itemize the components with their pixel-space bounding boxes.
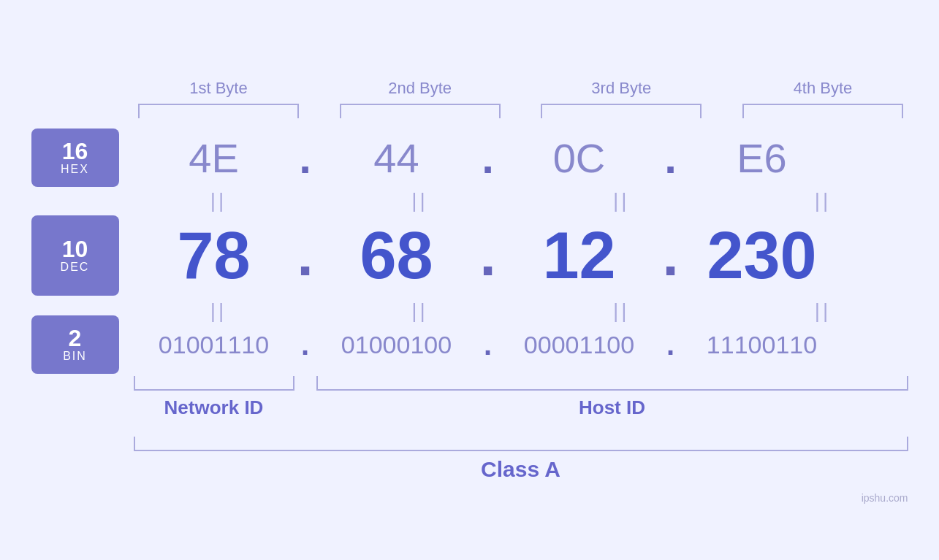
equals-row-2: || || || || — [31, 299, 908, 323]
bin-row: 2 BIN 01001110 . 01000100 . 00001100 . 1… — [31, 329, 908, 361]
byte-header-2: 2nd Byte — [340, 79, 501, 98]
equals-1-b4: || — [742, 189, 903, 212]
dec-row: 10 DEC 78 . 68 . 12 . 230 — [31, 218, 908, 294]
hex-label: 16 HEX — [31, 129, 119, 187]
equals-2-b4: || — [742, 299, 903, 323]
equals-1-b3: || — [541, 189, 702, 212]
class-bracket — [134, 437, 908, 451]
dec-values-row: 78 . 68 . 12 . 230 — [134, 218, 908, 294]
dec-byte-2: 68 — [316, 218, 477, 294]
bin-label: 2 BIN — [31, 315, 119, 374]
hex-dot-3: . — [660, 133, 682, 183]
equals-1-b1: || — [138, 189, 299, 212]
equals-1-b2: || — [340, 189, 501, 212]
hex-dot-2: . — [477, 133, 499, 183]
watermark: ipshu.com — [862, 492, 908, 504]
hex-row: 16 HEX 4E . 44 . 0C . E6 — [31, 133, 908, 183]
equals-2-b3: || — [541, 299, 702, 323]
bin-byte-4: 11100110 — [682, 331, 843, 359]
hex-byte-4: E6 — [682, 134, 843, 182]
dec-dot-2: . — [477, 222, 499, 289]
network-id-label: Network ID — [164, 396, 264, 418]
equals-2-b1: || — [138, 299, 299, 323]
bin-byte-3: 00001100 — [499, 331, 660, 359]
bin-dot-2: . — [477, 329, 499, 361]
bottom-brackets — [134, 376, 908, 391]
hex-values-row: 4E . 44 . 0C . E6 — [134, 133, 908, 183]
bin-byte-1: 01001110 — [134, 331, 294, 359]
top-bracket-3 — [541, 104, 702, 118]
id-labels: Network ID Host ID — [134, 396, 908, 419]
host-bracket-wrap — [316, 376, 908, 391]
bottom-section: Network ID Host ID — [31, 376, 908, 419]
dec-byte-4: 230 — [682, 218, 843, 294]
bin-byte-2: 01000100 — [316, 331, 477, 359]
host-id-label: Host ID — [579, 396, 645, 418]
class-label: Class A — [134, 457, 908, 482]
top-brackets — [31, 104, 908, 118]
dec-label: 10 DEC — [31, 215, 119, 296]
byte-header-4: 4th Byte — [742, 79, 903, 98]
class-row: Class A ipshu.com — [31, 437, 908, 482]
dec-byte-3: 12 — [499, 218, 660, 294]
byte-header-3: 3rd Byte — [541, 79, 702, 98]
host-id-label-wrap: Host ID — [316, 396, 908, 419]
hex-byte-3: 0C — [499, 134, 660, 182]
equals-row-1: || || || || — [31, 189, 908, 212]
dec-dot-3: . — [660, 222, 682, 289]
dec-byte-1: 78 — [134, 218, 294, 294]
dec-dot-1: . — [294, 222, 316, 289]
host-bracket — [316, 376, 908, 391]
network-bracket — [134, 376, 294, 391]
byte-headers: 1st Byte 2nd Byte 3rd Byte 4th Byte — [31, 79, 908, 98]
top-bracket-1 — [138, 104, 299, 118]
hex-byte-1: 4E — [134, 134, 294, 182]
byte-header-1: 1st Byte — [138, 79, 299, 98]
bin-dot-3: . — [660, 329, 682, 361]
hex-byte-2: 44 — [316, 134, 477, 182]
equals-2-b2: || — [340, 299, 501, 323]
network-id-label-wrap: Network ID — [134, 396, 294, 419]
top-bracket-4 — [742, 104, 903, 118]
hex-dot-1: . — [294, 133, 316, 183]
network-bracket-wrap — [134, 376, 294, 391]
bin-values-row: 01001110 . 01000100 . 00001100 . 1110011… — [134, 329, 908, 361]
main-container: 1st Byte 2nd Byte 3rd Byte 4th Byte 16 H… — [31, 79, 908, 482]
top-bracket-2 — [340, 104, 501, 118]
bin-dot-1: . — [294, 329, 316, 361]
